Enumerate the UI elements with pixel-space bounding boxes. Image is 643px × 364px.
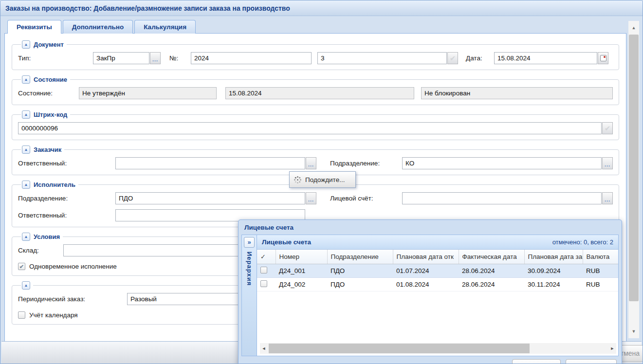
check-icon: ✔ [605, 125, 611, 132]
document-row: Тип: ... №: ✔ Дата: [18, 52, 613, 64]
doc-no2-confirm-button[interactable]: ✔ [447, 52, 458, 64]
triangle-up-icon: ▲ [24, 113, 28, 117]
tab-calculation[interactable]: Калькуляция [134, 20, 196, 34]
popup-ok-button[interactable]: ✔ ОК [512, 359, 561, 364]
collapse-icon[interactable]: ▲ [22, 233, 30, 241]
doc-no-input[interactable] [191, 52, 312, 64]
horizontal-scroll-thumb[interactable] [269, 344, 530, 353]
cell-plan-open: 01.07.2024 [393, 264, 459, 277]
calendar-checkbox[interactable] [18, 311, 25, 319]
customer-division-lookup-button[interactable]: ... [602, 157, 613, 169]
group-barcode-legend: ▲ Штрих-код [21, 110, 70, 119]
customer-responsible-lookup-button[interactable]: ... [306, 157, 316, 169]
state-label: Состояние: [18, 90, 79, 97]
grid-summary: отмечено: 0, всего: 2 [552, 238, 613, 246]
calendar-icon [600, 55, 606, 61]
cell-number: Д24_002 [276, 277, 327, 291]
group-customer-legend: ▲ Заказчик [21, 146, 64, 154]
horizontal-scrollbar[interactable]: ◄ ► [260, 343, 616, 354]
vertical-scroll-thumb[interactable] [629, 35, 639, 301]
table-header-row: ✓ Номер Подразделение Плановая дата отк … [257, 250, 618, 264]
app-window: Заказы на производство: Добавление/размн… [0, 0, 643, 364]
ellipsis-icon: ... [308, 162, 314, 167]
column-fact-open[interactable]: Фактическая дата [459, 250, 524, 264]
collapse-icon[interactable]: ▲ [22, 40, 30, 49]
scroll-down-icon[interactable]: ▼ [628, 327, 639, 336]
group-barcode: ▲ Штрих-код ✔ [12, 110, 619, 140]
tab-label: Дополнительно [72, 23, 124, 31]
group-state-legend: ▲ Состояние [21, 75, 70, 84]
customer-responsible-label: Ответственный: [18, 160, 115, 167]
executor-division-input[interactable] [115, 192, 305, 204]
collapse-icon[interactable]: ▲ [22, 110, 30, 119]
group-state: ▲ Состояние Состояние: [12, 75, 619, 105]
tab-additional[interactable]: Дополнительно [63, 20, 133, 34]
scroll-right-icon[interactable]: ► [608, 343, 616, 354]
triangle-up-icon: ▲ [24, 284, 28, 288]
doc-no-label: №: [169, 55, 191, 62]
executor-responsible-label: Ответственный: [18, 212, 115, 219]
table-row[interactable]: Д24_002 ПДО 01.08.2024 28.06.2024 30.11.… [257, 277, 618, 291]
customer-responsible-input[interactable] [115, 157, 305, 169]
ellipsis-icon: ... [605, 162, 610, 167]
group-title: Заказчик [34, 146, 61, 153]
column-division[interactable]: Подразделение [327, 250, 393, 264]
collapse-icon[interactable]: ▲ [22, 281, 30, 290]
customer-division-input[interactable] [402, 157, 602, 169]
wait-text: Подождите... [305, 176, 345, 183]
scroll-left-icon[interactable]: ◄ [260, 343, 268, 354]
barcode-confirm-button[interactable]: ✔ [602, 122, 613, 134]
barcode-input[interactable] [18, 122, 602, 134]
doc-no2-input[interactable] [317, 52, 447, 64]
doc-date-input[interactable] [494, 52, 597, 64]
row-check-cell [257, 277, 276, 291]
triangle-up-icon: ▲ [24, 43, 28, 47]
triangle-up-icon: ▲ [24, 78, 28, 82]
state-lock-field [421, 87, 613, 99]
spinner-icon [294, 176, 301, 183]
doc-type-lookup-button[interactable]: ... [150, 52, 161, 64]
tab-requisites[interactable]: Реквизиты [7, 20, 61, 34]
triangle-up-icon: ▲ [24, 148, 28, 152]
ellipsis-icon: ... [308, 197, 314, 202]
executor-account-input[interactable] [402, 192, 602, 204]
chevron-right-icon: » [247, 238, 251, 246]
column-currency[interactable]: Валюта [583, 250, 618, 264]
table-row[interactable]: Д24_001 ПДО 01.07.2024 28.06.2024 30.09.… [257, 264, 618, 277]
grid-titlebar: Лицевые счета отмечено: 0, всего: 2 [257, 235, 618, 250]
expand-sidebar-button[interactable]: » [244, 237, 255, 248]
check-icon: ✔ [450, 55, 456, 62]
executor-account-lookup-button[interactable]: ... [602, 192, 613, 204]
collapse-icon[interactable]: ▲ [22, 181, 30, 189]
group-title: Документ [34, 41, 64, 48]
column-check[interactable]: ✓ [257, 250, 276, 264]
executor-division-lookup-button[interactable]: ... [306, 192, 316, 204]
row-checkbox[interactable] [260, 280, 267, 287]
accounts-table: ✓ Номер Подразделение Плановая дата отк … [257, 250, 618, 291]
doc-date-picker-button[interactable] [598, 52, 608, 64]
popup-cancel-button[interactable]: ✖ Отмена [566, 359, 617, 364]
collapse-icon[interactable]: ▲ [22, 146, 30, 154]
scroll-up-icon[interactable]: ▲ [628, 23, 639, 33]
group-title: Условия [34, 233, 60, 240]
wait-tooltip: Подождите... [289, 171, 356, 188]
column-plan-open[interactable]: Плановая дата отк [393, 250, 459, 264]
triangle-up-icon: ▲ [24, 235, 28, 239]
hierarchy-label: Иерархия [246, 252, 253, 286]
check-icon: ✓ [260, 253, 266, 260]
row-checkbox[interactable] [260, 267, 267, 273]
accounts-grid: Лицевые счета отмечено: 0, всего: 2 ✓ Но… [257, 235, 618, 356]
column-number[interactable]: Номер [276, 250, 327, 264]
ellipsis-icon: ... [605, 197, 610, 202]
column-plan-close[interactable]: Плановая дата зак [524, 250, 583, 264]
vertical-scrollbar[interactable]: ▲ ▼ [628, 21, 639, 338]
customer-division-label: Подразделение: [330, 160, 402, 167]
doc-type-input[interactable] [93, 52, 149, 64]
simultaneous-checkbox[interactable] [18, 263, 25, 270]
grid-title: Лицевые счета [262, 238, 311, 246]
group-title: Штрих-код [34, 111, 67, 118]
tab-bar: Реквизиты Дополнительно Калькуляция [7, 20, 196, 34]
calendar-label: Учёт календаря [29, 311, 78, 319]
collapse-icon[interactable]: ▲ [22, 75, 30, 84]
accounts-window-buttons: ✔ ОК ✖ Отмена [512, 359, 617, 364]
